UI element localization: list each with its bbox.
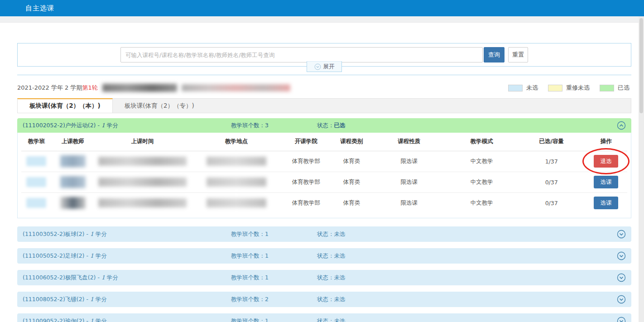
chevron-down-circle-icon[interactable] <box>617 251 626 260</box>
chevron-down-circle-icon <box>314 63 321 70</box>
legend-label: 重修未选 <box>566 84 590 92</box>
course-panel-darts[interactable]: (111008052-2)飞镖(2) - 1 学分 教学班个数：2 状态：未选 <box>17 292 631 307</box>
cell-college: 体育教学部 <box>282 151 330 172</box>
cell-capacity: 0/37 <box>518 172 585 192</box>
class-count: 教学班个数：1 <box>231 317 317 322</box>
query-button[interactable]: 查询 <box>484 47 505 62</box>
course-title: (111002052-2)户外运动(2) - 1 学分 <box>23 122 231 130</box>
cell-nature: 限选课 <box>373 172 446 192</box>
info-bar: 2021-2022 学年 2 学期第1轮 未选 重修未选 已选 <box>17 81 631 95</box>
reset-button[interactable]: 重置 <box>508 47 528 62</box>
cell-nature: 限选课 <box>373 192 446 213</box>
legend-item-selected: 已选 <box>600 84 630 92</box>
cell-college: 体育教学部 <box>282 192 330 213</box>
class-count: 教学班个数：3 <box>231 122 317 130</box>
redacted-teacher <box>60 155 86 167</box>
redacted-time <box>98 198 187 207</box>
class-count: 教学班个数：1 <box>231 231 317 238</box>
main-content: 查询 重置 展开 2021-2022 学年 2 学期第1轮 未选 重修未选 <box>0 23 644 322</box>
course-panel-cricket[interactable]: (111003052-2)板球(2) - 1 学分 教学班个数：1 状态：未选 <box>17 226 631 242</box>
class-table: 教学班 上课教师 上课时间 教学地点 开课学院 课程类别 课程性质 教学模式 已… <box>21 133 627 213</box>
round-text: 第1轮 <box>82 84 98 91</box>
select-button[interactable]: 选课 <box>594 197 618 209</box>
chevron-down-circle-icon[interactable] <box>617 317 626 322</box>
cell-nature: 限选课 <box>373 151 446 172</box>
legend-item-retake: 重修未选 <box>548 84 590 92</box>
course-panel-header-selected[interactable]: (111002052-2)户外运动(2) - 1 学分 教学班个数：3 状态：已… <box>17 118 631 133</box>
search-panel: 查询 重置 展开 <box>17 43 631 67</box>
course-status: 状态：未选 <box>317 252 346 260</box>
cell-mode: 中文教学 <box>446 151 519 172</box>
col-category: 课程类别 <box>330 133 373 151</box>
status-legend: 未选 重修未选 已选 <box>508 84 631 92</box>
sub-bar <box>0 16 644 23</box>
course-panel-yoga[interactable]: (111009052-2)瑜伽(2) - 1 学分 教学班个数：1 状态：未选 <box>17 313 631 322</box>
cell-mode: 中文教学 <box>446 172 519 192</box>
expand-toggle[interactable]: 展开 <box>307 61 342 72</box>
vertical-scrollbar[interactable] <box>639 16 644 322</box>
tab-pe-vocational[interactable]: 板块课(体育（2）（专）) <box>113 99 206 113</box>
chevron-down-circle-icon[interactable] <box>617 295 626 304</box>
course-title: (111003052-2)板球(2) - 1 学分 <box>23 231 231 238</box>
course-title: (111009052-2)瑜伽(2) - 1 学分 <box>23 317 231 322</box>
class-count: 教学班个数：1 <box>231 252 317 260</box>
col-capacity: 已选/容量 <box>518 133 585 151</box>
redacted-student-info <box>102 84 177 92</box>
redacted-student-info-2 <box>182 84 290 91</box>
course-panel-outdoor: (111002052-2)户外运动(2) - 1 学分 教学班个数：3 状态：已… <box>17 118 631 218</box>
cell-mode: 中文教学 <box>446 192 519 213</box>
credit-number: 1 <box>101 122 105 129</box>
search-input[interactable] <box>120 47 483 62</box>
legend-item-unselected: 未选 <box>508 84 538 92</box>
search-row: 查询 重置 <box>120 47 528 62</box>
chevron-down-circle-icon[interactable] <box>617 273 626 282</box>
page-title: 自主选课 <box>25 4 54 13</box>
term-info: 2021-2022 学年 2 学期第1轮 <box>17 84 290 92</box>
term-text: 2021-2022 学年 2 学期第1轮 <box>17 84 98 92</box>
course-status: 状态：未选 <box>317 296 346 303</box>
course-title: (111005052-2)足球(2) - 1 学分 <box>23 252 231 260</box>
select-button[interactable]: 选课 <box>594 176 618 188</box>
scrollbar-thumb[interactable] <box>639 18 643 113</box>
chevron-down-circle-icon[interactable] <box>617 230 626 239</box>
redacted-time <box>98 157 187 166</box>
cell-category: 体育类 <box>330 192 373 213</box>
class-count: 教学班个数：2 <box>231 296 317 303</box>
course-title: (111008052-2)飞镖(2) - 1 学分 <box>23 296 231 303</box>
category-tabs: 板块课(体育（2）（本）) 板块课(体育（2）（专）) <box>17 98 631 113</box>
legend-swatch-retake <box>548 85 562 91</box>
course-panel-frisbee[interactable]: (111006052-2)极限飞盘(2) - 1 学分 教学班个数：1 状态：未… <box>17 270 631 285</box>
withdraw-button[interactable]: 退选 <box>594 155 618 168</box>
course-title: (111006052-2)极限飞盘(2) - 1 学分 <box>23 274 231 282</box>
redacted-place <box>207 178 266 187</box>
cell-category: 体育类 <box>330 151 373 172</box>
redacted-class-id <box>26 177 46 187</box>
tab-pe-undergrad[interactable]: 板块课(体育（2）（本）) <box>17 98 113 113</box>
col-mode: 教学模式 <box>446 133 519 151</box>
course-panel-football[interactable]: (111005052-2)足球(2) - 1 学分 教学班个数：1 状态：未选 <box>17 248 631 264</box>
course-status: 状态：已选 <box>317 122 346 130</box>
col-teacher: 上课教师 <box>52 133 94 151</box>
redacted-class-id <box>26 198 46 208</box>
class-count: 教学班个数：1 <box>231 274 317 282</box>
legend-label: 已选 <box>618 84 630 92</box>
cell-capacity: 1/37 <box>518 151 585 172</box>
cell-college: 体育教学部 <box>282 172 330 192</box>
section-divider <box>17 75 631 75</box>
collapsed-course-list: (111003052-2)板球(2) - 1 学分 教学班个数：1 状态：未选 … <box>17 226 631 322</box>
col-college: 开课学院 <box>282 133 330 151</box>
table-row: 体育教学部 体育类 限选课 中文教学 1/37 退选 <box>21 151 627 172</box>
top-nav-bar: 自主选课 <box>0 0 644 16</box>
table-row: 体育教学部 体育类 限选课 中文教学 0/37 选课 <box>21 172 627 192</box>
course-panel-body: 教学班 上课教师 上课时间 教学地点 开课学院 课程类别 课程性质 教学模式 已… <box>17 133 631 218</box>
col-class: 教学班 <box>21 133 52 151</box>
course-status: 状态：未选 <box>317 317 346 322</box>
col-action: 操作 <box>585 133 627 151</box>
redacted-place <box>207 198 266 207</box>
redacted-teacher <box>60 197 86 209</box>
expand-label: 展开 <box>323 63 335 71</box>
chevron-up-circle-icon[interactable] <box>617 121 626 130</box>
redacted-place <box>207 157 266 166</box>
redacted-time <box>98 178 187 187</box>
legend-label: 未选 <box>526 84 538 92</box>
